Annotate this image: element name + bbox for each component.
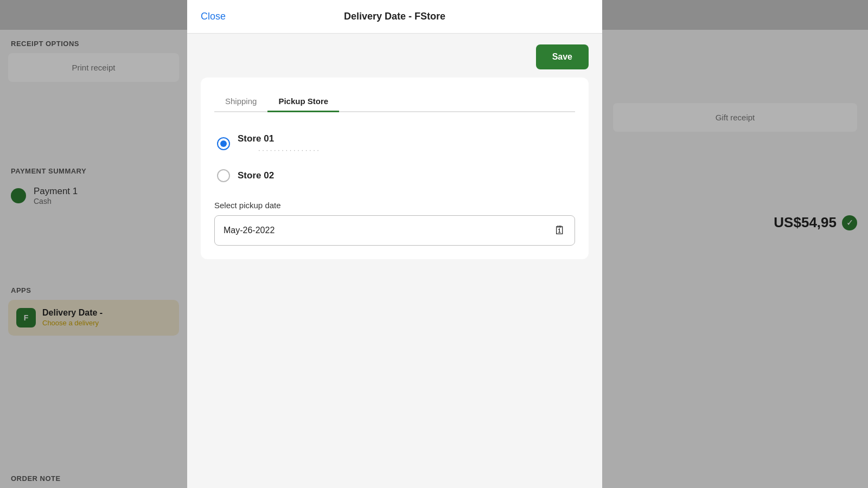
tabs-row: Shipping Pickup Store [214, 91, 575, 112]
modal-inner-card: Shipping Pickup Store Store 01 · · · · ·… [201, 78, 589, 259]
modal-dialog: Close Delivery Date - FStore Save Shippi… [187, 0, 602, 488]
store02-option[interactable]: Store 02 [214, 162, 575, 190]
store02-label: Store 02 [238, 170, 274, 181]
store01-detail: · · · · · · · · · · · · · · · · [238, 146, 319, 154]
store02-radio[interactable] [217, 169, 230, 182]
modal-body: Save Shipping Pickup Store Store 01 · · … [187, 34, 602, 488]
store01-radio[interactable] [217, 137, 230, 150]
modal-header: Close Delivery Date - FStore [187, 0, 602, 34]
store01-label: Store 01 [238, 133, 319, 144]
date-value: May-26-2022 [224, 226, 554, 235]
tab-pickup-store[interactable]: Pickup Store [267, 91, 339, 111]
modal-title: Delivery Date - FStore [344, 11, 445, 22]
date-section: Select pickup date May-26-2022 🗓 [214, 201, 575, 246]
tab-shipping[interactable]: Shipping [214, 91, 267, 111]
calendar-icon[interactable]: 🗓 [554, 223, 566, 237]
date-input-wrap[interactable]: May-26-2022 🗓 [214, 215, 575, 246]
save-button[interactable]: Save [536, 44, 589, 69]
close-button[interactable]: Close [201, 11, 226, 22]
store01-option[interactable]: Store 01 · · · · · · · · · · · · · · · · [214, 126, 575, 162]
date-label: Select pickup date [214, 201, 575, 210]
